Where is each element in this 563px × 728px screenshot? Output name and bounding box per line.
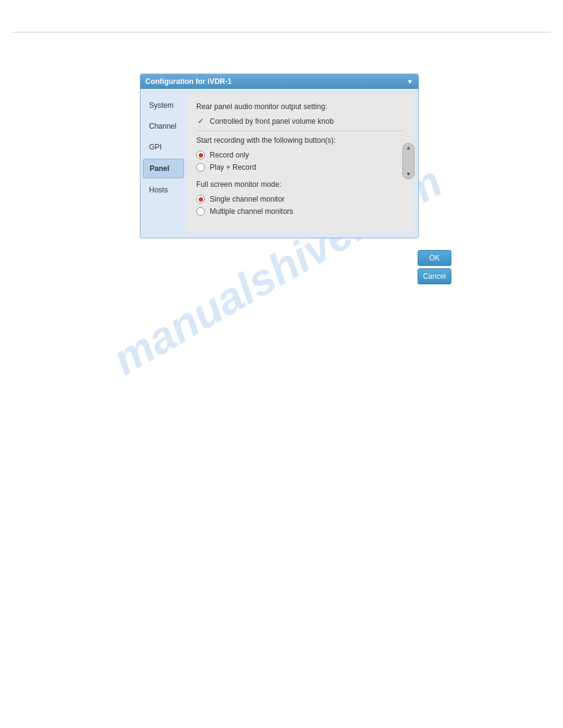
- controlled-option[interactable]: ✓ Controlled by front panel volume knob: [196, 117, 404, 126]
- play-record-radio[interactable]: [196, 163, 205, 172]
- monitor-options-group: Single channel monitor Multiple channel …: [196, 195, 404, 216]
- section1-title: Rear panel audio monitor output setting:: [196, 102, 404, 111]
- dialog-body: System Channel GPI Panel Hosts Rear pane…: [140, 89, 418, 238]
- top-divider: [12, 32, 551, 32]
- dialog-buttons: OK Cancel: [418, 250, 451, 284]
- section3-title: Full screen monitor mode:: [196, 180, 404, 189]
- record-only-label: Record only: [210, 151, 249, 159]
- section2-title: Start recording with the following butto…: [196, 136, 404, 145]
- sidebar: System Channel GPI Panel Hosts: [140, 89, 186, 238]
- sidebar-item-hosts[interactable]: Hosts: [143, 181, 184, 199]
- check-icon: ✓: [196, 117, 205, 126]
- sidebar-item-gpi[interactable]: GPI: [143, 138, 184, 156]
- cancel-button[interactable]: Cancel: [418, 268, 451, 284]
- dialog-titlebar: Configuration for iVDR-1 ▼: [140, 74, 418, 89]
- controlled-label: Controlled by front panel volume knob: [210, 117, 334, 126]
- content-panel: Rear panel audio monitor output setting:…: [186, 94, 413, 233]
- dialog-title: Configuration for iVDR-1: [145, 77, 232, 86]
- sidebar-item-panel[interactable]: Panel: [143, 159, 184, 178]
- record-only-radio[interactable]: [196, 151, 205, 159]
- configuration-dialog: Configuration for iVDR-1 ▼ System Channe…: [140, 74, 419, 238]
- scroll-up-icon[interactable]: ▲: [406, 145, 412, 151]
- play-record-label: Play + Record: [210, 163, 256, 172]
- record-only-option[interactable]: Record only: [196, 151, 404, 159]
- titlebar-arrow-icon[interactable]: ▼: [407, 78, 413, 85]
- single-channel-radio[interactable]: [196, 195, 205, 203]
- single-channel-option[interactable]: Single channel monitor: [196, 195, 404, 203]
- record-options-group: Record only Play + Record: [196, 151, 404, 172]
- multiple-channel-radio[interactable]: [196, 207, 205, 216]
- divider1: [196, 131, 404, 131]
- scroll-down-icon[interactable]: ▼: [406, 172, 412, 177]
- single-channel-label: Single channel monitor: [210, 195, 285, 203]
- sidebar-item-system[interactable]: System: [143, 96, 184, 115]
- ok-button[interactable]: OK: [418, 250, 451, 266]
- play-record-option[interactable]: Play + Record: [196, 163, 404, 172]
- sidebar-item-channel[interactable]: Channel: [143, 117, 184, 135]
- multiple-channel-option[interactable]: Multiple channel monitors: [196, 207, 404, 216]
- multiple-channel-label: Multiple channel monitors: [210, 207, 293, 216]
- scroll-control[interactable]: ▲ ▼: [402, 143, 415, 180]
